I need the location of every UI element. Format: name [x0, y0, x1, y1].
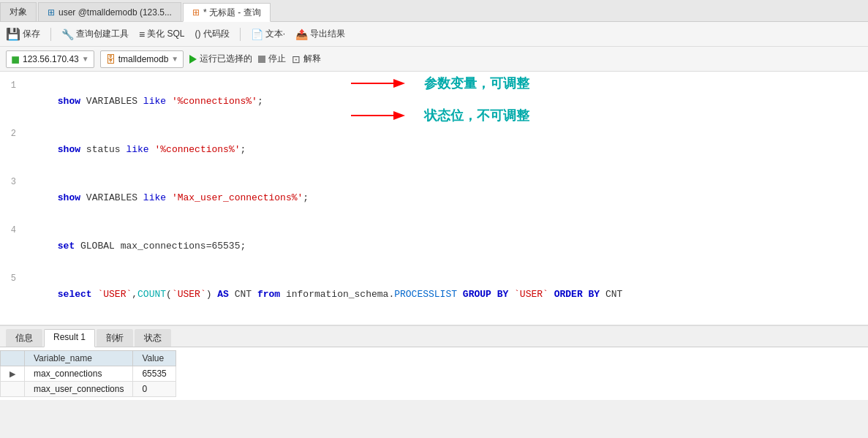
tab-status-label: 状态 — [144, 333, 162, 343]
tab-query-label: * 无标题 - 查询 — [203, 7, 261, 19]
tab-status[interactable]: 状态 — [135, 329, 171, 347]
line-num-4: 4 — [0, 222, 23, 238]
table-cell: max_connections — [25, 366, 133, 382]
database-select[interactable]: 🗄 tmalldemodb ▼ — [100, 50, 184, 68]
row-indicator — [1, 382, 25, 397]
query-tool-icon: 🔧 — [61, 29, 74, 40]
text-label: 文本· — [265, 28, 285, 40]
line-content-3: show VARIABLES like 'Max_user_connection… — [23, 174, 868, 222]
tab-objects[interactable]: 对象 — [0, 2, 37, 21]
code-line-1: 1 show VARIABLES like '%connections%'; — [0, 78, 868, 126]
db-dropdown-icon: ▼ — [171, 55, 178, 63]
line-content-2: show status like '%connections%'; — [23, 126, 868, 174]
code-line-3: 3 show VARIABLES like 'Max_user_connecti… — [0, 174, 868, 222]
code-block-label: () 代码段 — [195, 28, 230, 40]
tab-user-conn-label: user @tmalldemodb (123.5... — [59, 7, 172, 18]
tab-profiling[interactable]: 剖析 — [97, 329, 133, 347]
line-num-5: 5 — [0, 271, 23, 287]
col-indicator-header — [1, 351, 25, 366]
result-table-wrapper: Variable_name Value ▶max_connections6553… — [0, 347, 868, 400]
table-header-row: Variable_name Value — [1, 351, 176, 366]
query-tool-button[interactable]: 🔧 查询创建工具 — [61, 28, 129, 40]
table-cell: 0 — [133, 382, 176, 397]
text-button[interactable]: 📄 文本· — [251, 28, 285, 40]
export-label: 导出结果 — [310, 28, 345, 40]
query-tool-label: 查询创建工具 — [76, 28, 129, 40]
result-table: Variable_name Value ▶max_connections6553… — [0, 350, 176, 397]
connection-bar: ◼ 123.56.170.43 ▼ 🗄 tmalldemodb ▼ 运行已选择的… — [0, 47, 868, 72]
col-varname-header: Variable_name — [25, 351, 133, 366]
table-cell: 65535 — [133, 366, 176, 382]
row-indicator: ▶ — [1, 366, 25, 382]
export-icon: 📤 — [295, 29, 308, 40]
host-value: 123.56.170.43 — [23, 54, 79, 64]
beautify-icon: ≡ — [139, 29, 145, 40]
host-select[interactable]: ◼ 123.56.170.43 ▼ — [6, 50, 94, 68]
editor-area[interactable]: 1 show VARIABLES like '%connections%'; 2… — [0, 72, 868, 326]
code-line-4: 4 set GLOBAL max_connections=65535; — [0, 222, 868, 271]
stop-button[interactable]: 停止 — [258, 53, 286, 65]
code-block-button[interactable]: () 代码段 — [195, 28, 230, 40]
explain-label: 解释 — [303, 53, 321, 65]
table-icon: ⊞ — [48, 7, 55, 18]
beautify-button[interactable]: ≡ 美化 SQL — [139, 28, 185, 40]
tab-objects-label: 对象 — [10, 6, 27, 18]
database-value: tmalldemodb — [118, 54, 169, 64]
text-icon: 📄 — [251, 29, 263, 40]
explain-icon: ⊡ — [292, 53, 301, 65]
result-tabs: 信息 Result 1 剖析 状态 — [0, 326, 868, 347]
line-content-5: select `USER`,COUNT(`USER`) AS CNT from … — [23, 271, 868, 319]
query-icon: ⊞ — [192, 7, 200, 18]
toolbar-sep-1 — [50, 28, 51, 41]
tabs-bar: 对象 ⊞ user @tmalldemodb (123.5... ⊞ * 无标题… — [0, 0, 868, 22]
tab-query[interactable]: ⊞ * 无标题 - 查询 — [183, 3, 271, 22]
run-selected-label: 运行已选择的 — [200, 53, 252, 65]
toolbar: 💾 保存 🔧 查询创建工具 ≡ 美化 SQL () 代码段 📄 文本· 📤 导出… — [0, 22, 868, 47]
line-num-3: 3 — [0, 174, 23, 190]
play-icon — [189, 55, 197, 64]
save-button[interactable]: 💾 保存 — [6, 27, 40, 41]
beautify-label: 美化 SQL — [147, 28, 184, 40]
tab-result1[interactable]: Result 1 — [44, 329, 95, 347]
stop-label: 停止 — [268, 53, 286, 65]
save-label: 保存 — [23, 28, 40, 40]
table-row: max_user_connections0 — [1, 382, 176, 397]
tab-info-label: 信息 — [15, 333, 33, 343]
tab-info[interactable]: 信息 — [6, 329, 42, 347]
save-icon: 💾 — [6, 27, 20, 41]
stop-icon — [258, 56, 265, 63]
export-button[interactable]: 📤 导出结果 — [295, 28, 345, 40]
line-num-2: 2 — [0, 126, 23, 142]
tab-profiling-label: 剖析 — [106, 333, 124, 343]
run-selected-button[interactable]: 运行已选择的 — [189, 53, 252, 65]
explain-button[interactable]: ⊡ 解释 — [292, 53, 321, 65]
toolbar-sep-2 — [240, 28, 241, 41]
table-row: ▶max_connections65535 — [1, 366, 176, 382]
db-icon: 🗄 — [105, 53, 116, 65]
bottom-panel: 信息 Result 1 剖析 状态 Variable_name Value — [0, 326, 868, 400]
line-num-1: 1 — [0, 78, 23, 94]
table-cell: max_user_connections — [25, 382, 133, 397]
tab-result1-label: Result 1 — [53, 332, 86, 342]
host-icon: ◼ — [11, 53, 20, 65]
code-line-5: 5 select `USER`,COUNT(`USER`) AS CNT fro… — [0, 271, 868, 319]
line-content-4: set GLOBAL max_connections=65535; — [23, 222, 868, 271]
tab-user-conn[interactable]: ⊞ user @tmalldemodb (123.5... — [38, 2, 181, 21]
line-content-1: show VARIABLES like '%connections%'; — [23, 78, 868, 126]
code-line-2: 2 show status like '%connections%'; — [0, 126, 868, 174]
host-dropdown-icon: ▼ — [82, 55, 89, 63]
col-value-header: Value — [133, 351, 176, 366]
